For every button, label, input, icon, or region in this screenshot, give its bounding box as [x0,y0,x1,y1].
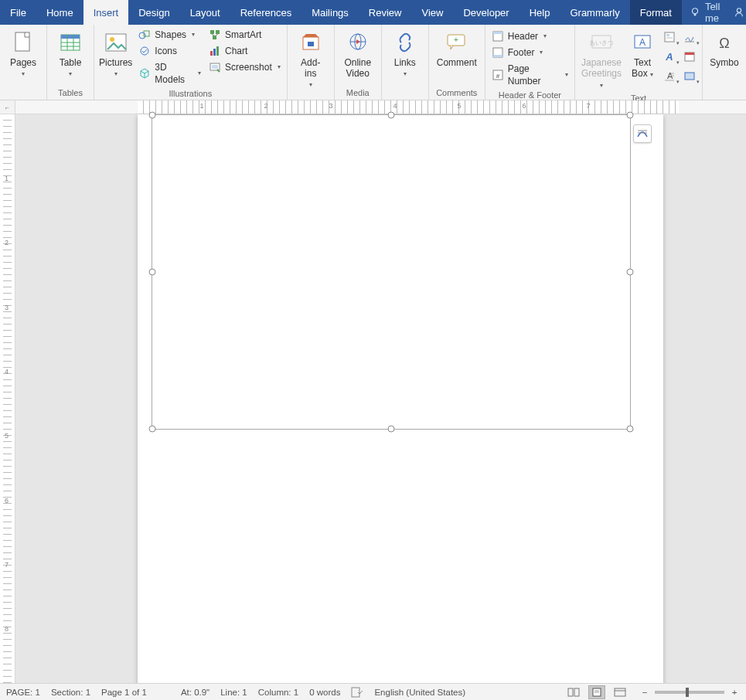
resize-handle-bl[interactable] [149,426,156,433]
group-text: あいさつ Japanese Greetings ▾ A Text Box ▾ ▾… [575,25,703,100]
group-pages: Pages ▾ [0,25,47,100]
group-illustrations-label: Illustrations [99,87,282,100]
status-line[interactable]: Line: 1 [220,688,247,697]
page-icon [10,29,36,56]
ruler-corner[interactable]: ⌐ [0,100,15,114]
view-buttons [565,685,628,699]
pages-button[interactable]: Pages ▾ [5,28,42,80]
status-section[interactable]: Section: 1 [51,688,90,697]
quick-parts-button[interactable]: ▾ [662,29,677,45]
tab-view[interactable]: View [411,0,453,25]
wordart-button[interactable]: A▾ [662,49,677,64]
online-video-button[interactable]: Online Video [339,28,376,79]
svg-rect-1 [694,14,697,16]
tab-design[interactable]: Design [128,0,179,25]
tab-insert[interactable]: Insert [83,0,129,25]
icons-button[interactable]: Icons [137,44,203,58]
table-button[interactable]: Table ▾ [52,28,89,80]
3d-models-button[interactable]: 3D Models ▾ [137,60,203,87]
date-time-button[interactable] [682,49,697,64]
tab-grammarly[interactable]: Grammarly [560,0,629,25]
text-box-icon: A [629,29,656,56]
footer-button[interactable]: Footer ▾ [490,46,570,59]
tab-home[interactable]: Home [36,0,83,25]
zoom-out-button[interactable]: − [639,688,650,697]
chart-button[interactable]: Chart [207,44,282,58]
status-language[interactable]: English (United States) [374,688,465,697]
page-number-label: Page Number [508,63,560,87]
header-label: Header [508,30,538,42]
link-icon [392,29,418,56]
resize-handle-tm[interactable] [388,112,395,119]
web-layout-button[interactable] [611,685,628,699]
status-page[interactable]: PAGE: 1 [6,688,40,697]
3d-models-label: 3D Models [155,61,190,86]
tell-me-search[interactable]: Tell me [682,0,728,25]
print-layout-button[interactable] [588,685,605,699]
screenshot-button[interactable]: Screenshot ▾ [207,60,282,74]
smartart-button[interactable]: SmartArt [207,28,282,42]
cube-icon [138,67,151,80]
resize-handle-tl[interactable] [149,112,156,119]
status-column[interactable]: Column: 1 [258,688,298,697]
person-icon [734,7,744,18]
tab-layout[interactable]: Layout [180,0,230,25]
signature-line-button[interactable]: ▾ [682,29,697,45]
drop-cap-button[interactable]: A▾ [662,68,677,83]
links-button[interactable]: Links ▾ [387,28,424,80]
tab-review[interactable]: Review [359,0,412,25]
addins-button[interactable]: Add- ins ▾ [292,28,329,90]
ruler-mark: 7 [586,102,590,110]
group-links-label [387,86,424,100]
tab-file[interactable]: File [0,0,36,25]
vertical-ruler[interactable]: 1 2 3 4 5 6 7 8 [0,114,15,683]
japanese-greetings-button: あいさつ Japanese Greetings ▾ [580,28,623,91]
svg-line-18 [212,34,214,36]
svg-rect-15 [210,30,214,34]
zoom-thumb[interactable] [686,688,689,697]
ruler-mark: 6 [5,497,9,505]
resize-handle-tr[interactable] [627,112,634,119]
resize-handle-bm[interactable] [388,426,395,433]
layout-options-button[interactable] [633,124,652,143]
tab-developer[interactable]: Developer [453,0,519,25]
group-header-footer: Header ▾ Footer ▾ # Page Number ▾ Header… [485,25,575,100]
horizontal-ruler[interactable]: 1 2 3 4 5 6 7 [15,100,746,114]
screenshot-label: Screenshot [225,61,272,73]
selected-text-box[interactable] [152,114,631,430]
resize-handle-ml[interactable] [149,269,156,276]
tab-help[interactable]: Help [519,0,560,25]
pictures-button[interactable]: Pictures ▾ [99,28,132,80]
tab-format[interactable]: Format [630,0,682,25]
page-number-button[interactable]: # Page Number ▾ [490,62,570,88]
header-button[interactable]: Header ▾ [490,29,570,43]
tab-mailings[interactable]: Mailings [301,0,359,25]
status-page-of[interactable]: Page 1 of 1 [101,688,147,697]
greeting-icon: あいさつ [588,29,615,56]
svg-rect-43 [666,34,669,36]
share-button[interactable] [727,0,746,25]
text-box-button[interactable]: A Text Box ▾ [628,28,657,80]
read-mode-button[interactable] [565,685,582,699]
header-icon [492,30,504,42]
document-page[interactable] [138,114,663,700]
layout-options-icon [636,127,649,140]
chevron-down-icon: ▾ [114,69,118,80]
status-at[interactable]: At: 0.9" [181,688,209,697]
zoom-in-button[interactable]: + [729,688,740,697]
resize-handle-br[interactable] [627,426,634,433]
shapes-button[interactable]: Shapes ▾ [137,28,203,42]
status-words[interactable]: 0 words [309,688,340,697]
comment-button[interactable]: + Comment [434,28,480,68]
zoom-slider[interactable] [655,691,724,694]
symbol-button[interactable]: Ω Symbo [707,28,741,68]
spellcheck-icon[interactable] [351,687,363,698]
object-button[interactable]: ▾ [682,68,697,83]
resize-handle-mr[interactable] [627,269,634,276]
ruler-mark: 5 [5,432,9,440]
tab-references[interactable]: References [230,0,301,25]
svg-text:#: # [496,73,500,80]
shapes-icon [138,29,151,41]
svg-rect-24 [212,65,218,69]
signature-icon [683,31,696,43]
